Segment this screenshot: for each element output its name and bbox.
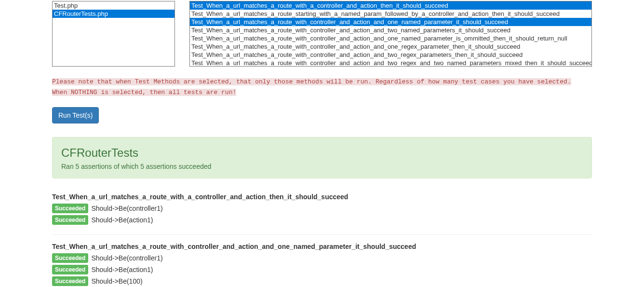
method-list-item[interactable]: Test_When_a_url_matches_a_route_starting… [190, 10, 591, 18]
summary-title: CFRouterTests [61, 146, 583, 160]
status-badge: Succeeded [52, 265, 88, 274]
note-line-2: When NOTHING is selected, then all tests… [52, 89, 236, 96]
assertion-row: SucceededShould->Be(controller1) [52, 204, 592, 213]
status-badge: Succeeded [52, 215, 88, 225]
assertion-text: Should->Be(action1) [91, 266, 153, 273]
assertion-row: SucceededShould->Be(controller1) [52, 253, 592, 263]
note-block: Please note that when Test Methods are s… [52, 76, 592, 97]
method-list-item[interactable]: Test_When_a_url_matches_a_route_with_con… [190, 26, 591, 34]
status-badge: Succeeded [52, 276, 88, 286]
assertion-row: SucceededShould->Be(action1) [52, 215, 592, 225]
assertion-text: Should->Be(controller1) [91, 254, 162, 262]
file-list[interactable]: Test.phpCFRouterTests.php [52, 1, 175, 67]
file-list-item[interactable]: CFRouterTests.php [53, 10, 174, 18]
method-list-item[interactable]: Test_When_a_url_matches_a_route_with_con… [190, 34, 591, 42]
note-line-1: Please note that when Test Methods are s… [52, 78, 571, 85]
method-list-item[interactable]: Test_When_a_url_matches_a_route_with_con… [190, 51, 591, 59]
summary-subtitle: Ran 5 assertions of which 5 assertions s… [61, 163, 583, 170]
assertion-text: Should->Be(controller1) [91, 205, 162, 212]
run-tests-button[interactable]: Run Test(s) [52, 107, 99, 123]
results-container: Test_When_a_url_matches_a_route_with_a_c… [52, 193, 592, 287]
method-list-item[interactable]: Test_When_a_url_matches_a_route_with_con… [190, 18, 591, 26]
test-result-block: Test_When_a_url_matches_a_route_with_con… [52, 243, 592, 287]
test-result-title: Test_When_a_url_matches_a_route_with_a_c… [52, 193, 592, 201]
status-badge: Succeeded [52, 253, 88, 263]
method-list-item[interactable]: Test_When_a_url_matches_a_route_with_a_c… [190, 1, 591, 10]
assertion-row: SucceededShould->Be(action1) [52, 265, 592, 274]
assertion-row: SucceededShould->Be(100) [52, 276, 592, 286]
selection-row: Test.phpCFRouterTests.php Test_When_a_ur… [52, 1, 592, 67]
method-list[interactable]: Test_When_a_url_matches_a_route_with_a_c… [189, 1, 592, 67]
test-result-block: Test_When_a_url_matches_a_route_with_a_c… [52, 193, 592, 235]
assertion-text: Should->Be(100) [91, 277, 142, 285]
file-list-item[interactable]: Test.php [53, 1, 174, 10]
method-list-item[interactable]: Test_When_a_url_matches_a_route_with_con… [190, 42, 591, 51]
test-result-title: Test_When_a_url_matches_a_route_with_con… [52, 243, 592, 250]
method-list-item[interactable]: Test_When_a_url_matches_a_route_with_con… [190, 59, 591, 67]
summary-panel: CFRouterTests Ran 5 assertions of which … [52, 137, 592, 178]
status-badge: Succeeded [52, 204, 88, 213]
assertion-text: Should->Be(action1) [91, 216, 153, 224]
